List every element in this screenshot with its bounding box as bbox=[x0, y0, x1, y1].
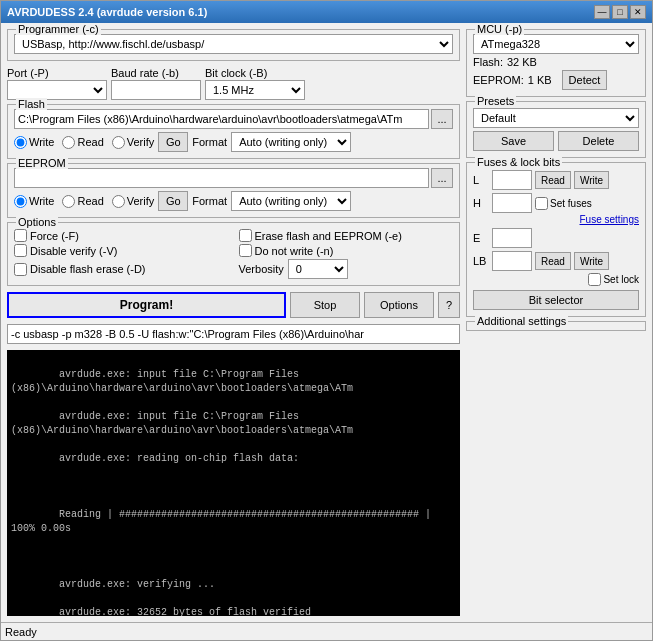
eeprom-controls-row: Write Read Verify Go Format bbox=[14, 191, 453, 211]
port-group: Port (-P) bbox=[7, 67, 107, 100]
terminal-line-4: Reading | ##############################… bbox=[11, 509, 437, 534]
minimize-button[interactable]: — bbox=[594, 5, 610, 19]
erase-flash-checkbox[interactable] bbox=[239, 229, 252, 242]
bit-selector-button[interactable]: Bit selector bbox=[473, 290, 639, 310]
eeprom-read-radio-label[interactable]: Read bbox=[62, 195, 103, 208]
eeprom-radio-group: Write Read Verify bbox=[14, 195, 154, 208]
mcu-select[interactable]: ATmega328 bbox=[473, 34, 639, 54]
flash-write-radio-label[interactable]: Write bbox=[14, 136, 54, 149]
flash-write-radio[interactable] bbox=[14, 136, 27, 149]
flash-format-select[interactable]: Auto (writing only) bbox=[231, 132, 351, 152]
fuse-e-row: E bbox=[473, 228, 639, 248]
eeprom-path-input[interactable] bbox=[14, 168, 429, 188]
verbosity-label: Verbosity bbox=[239, 263, 284, 275]
eeprom-size-value: 1 KB bbox=[528, 74, 552, 86]
erase-flash-checkbox-label[interactable]: Erase flash and EEPROM (-e) bbox=[239, 229, 454, 242]
bitclock-label: Bit clock (-B) bbox=[205, 67, 305, 79]
flash-group: Flash ... Write Read bbox=[7, 104, 460, 159]
detect-button[interactable]: Detect bbox=[562, 70, 608, 90]
fuse-lb-row: LB Read Write bbox=[473, 251, 639, 271]
delete-preset-button[interactable]: Delete bbox=[558, 131, 639, 151]
fuse-settings-link[interactable]: Fuse settings bbox=[580, 214, 639, 225]
set-lock-checkbox-label[interactable]: Set lock bbox=[588, 273, 639, 286]
eeprom-group: EEPROM ... Write Read bbox=[7, 163, 460, 218]
fuse-l-read-btn[interactable]: Read bbox=[535, 171, 571, 189]
programmer-select[interactable]: USBasp, http://www.fischl.de/usbasp/ bbox=[14, 34, 453, 54]
eeprom-go-btn[interactable]: Go bbox=[158, 191, 188, 211]
flash-radio-group: Write Read Verify bbox=[14, 136, 154, 149]
terminal: avrdude.exe: input file C:\Program Files… bbox=[7, 350, 460, 616]
bottom-buttons: Program! Stop Options ? bbox=[7, 292, 460, 318]
force-checkbox-label[interactable]: Force (-F) bbox=[14, 229, 229, 242]
flash-read-radio-label[interactable]: Read bbox=[62, 136, 103, 149]
fuse-lb-input[interactable] bbox=[492, 251, 532, 271]
status-bar: Ready bbox=[1, 622, 652, 640]
eeprom-verify-radio-label[interactable]: Verify bbox=[112, 195, 155, 208]
status-text: Ready bbox=[5, 626, 37, 638]
fuse-h-input[interactable] bbox=[492, 193, 532, 213]
programmer-group: Programmer (-c) USBasp, http://www.fisch… bbox=[7, 29, 460, 61]
set-lock-row: Set lock bbox=[473, 273, 639, 286]
flash-format-label: Format bbox=[192, 136, 227, 148]
disable-flash-erase-checkbox[interactable] bbox=[14, 263, 27, 276]
flash-size-label: Flash: bbox=[473, 56, 503, 68]
command-input[interactable] bbox=[7, 324, 460, 344]
maximize-button[interactable]: □ bbox=[612, 5, 628, 19]
close-button[interactable]: ✕ bbox=[630, 5, 646, 19]
set-fuses-checkbox[interactable] bbox=[535, 197, 548, 210]
disable-verify-checkbox-label[interactable]: Disable verify (-V) bbox=[14, 244, 229, 257]
eeprom-format-label: Format bbox=[192, 195, 227, 207]
stop-button[interactable]: Stop bbox=[290, 292, 360, 318]
save-preset-button[interactable]: Save bbox=[473, 131, 554, 151]
set-lock-checkbox[interactable] bbox=[588, 273, 601, 286]
eeprom-read-radio[interactable] bbox=[62, 195, 75, 208]
do-not-write-checkbox-label[interactable]: Do not write (-n) bbox=[239, 244, 454, 257]
fuse-l-input[interactable] bbox=[492, 170, 532, 190]
fuse-l-write-btn[interactable]: Write bbox=[574, 171, 609, 189]
bitclock-select[interactable]: 1.5 MHz bbox=[205, 80, 305, 100]
baud-input[interactable] bbox=[111, 80, 201, 100]
fuse-l-row: L Read Write bbox=[473, 170, 639, 190]
right-panel: MCU (-p) ATmega328 Flash: 32 KB EEPROM: … bbox=[466, 29, 646, 616]
presets-label: Presets bbox=[475, 95, 516, 107]
force-checkbox[interactable] bbox=[14, 229, 27, 242]
eeprom-write-radio-label[interactable]: Write bbox=[14, 195, 54, 208]
main-content: Programmer (-c) USBasp, http://www.fisch… bbox=[1, 23, 652, 622]
verbosity-select[interactable]: 0 bbox=[288, 259, 348, 279]
fuse-lb-write-btn[interactable]: Write bbox=[574, 252, 609, 270]
flash-label: Flash bbox=[16, 98, 47, 110]
port-select[interactable] bbox=[7, 80, 107, 100]
program-button[interactable]: Program! bbox=[7, 292, 286, 318]
eeprom-verify-radio[interactable] bbox=[112, 195, 125, 208]
disable-flash-erase-checkbox-label[interactable]: Disable flash erase (-D) bbox=[14, 259, 229, 279]
preset-buttons: Save Delete bbox=[473, 131, 639, 151]
do-not-write-checkbox[interactable] bbox=[239, 244, 252, 257]
mcu-group: MCU (-p) ATmega328 Flash: 32 KB EEPROM: … bbox=[466, 29, 646, 97]
verbosity-row: Verbosity 0 bbox=[239, 259, 454, 279]
fuse-h-label: H bbox=[473, 197, 489, 209]
fuse-lb-read-btn[interactable]: Read bbox=[535, 252, 571, 270]
fuses-label: Fuses & lock bits bbox=[475, 156, 562, 168]
fuse-e-input[interactable] bbox=[492, 228, 532, 248]
flash-info: Flash: 32 KB bbox=[473, 56, 639, 68]
help-button[interactable]: ? bbox=[438, 292, 460, 318]
flash-path-input[interactable] bbox=[14, 109, 429, 129]
command-row bbox=[7, 324, 460, 344]
bitclock-group: Bit clock (-B) 1.5 MHz bbox=[205, 67, 305, 100]
flash-read-radio[interactable] bbox=[62, 136, 75, 149]
flash-go-btn[interactable]: Go bbox=[158, 132, 188, 152]
flash-verify-radio[interactable] bbox=[112, 136, 125, 149]
eeprom-write-radio[interactable] bbox=[14, 195, 27, 208]
disable-verify-checkbox[interactable] bbox=[14, 244, 27, 257]
left-panel: Programmer (-c) USBasp, http://www.fisch… bbox=[7, 29, 460, 616]
options-label: Options bbox=[16, 216, 58, 228]
options-button[interactable]: Options bbox=[364, 292, 434, 318]
presets-select[interactable]: Default bbox=[473, 108, 639, 128]
flash-verify-radio-label[interactable]: Verify bbox=[112, 136, 155, 149]
eeprom-browse-btn[interactable]: ... bbox=[431, 168, 453, 188]
fuses-group: Fuses & lock bits L Read Write H Set fus… bbox=[466, 162, 646, 317]
eeprom-format-select[interactable]: Auto (writing only) bbox=[231, 191, 351, 211]
terminal-line-2: avrdude.exe: input file C:\Program Files… bbox=[11, 411, 353, 436]
flash-browse-btn[interactable]: ... bbox=[431, 109, 453, 129]
set-fuses-checkbox-label[interactable]: Set fuses bbox=[535, 197, 592, 210]
